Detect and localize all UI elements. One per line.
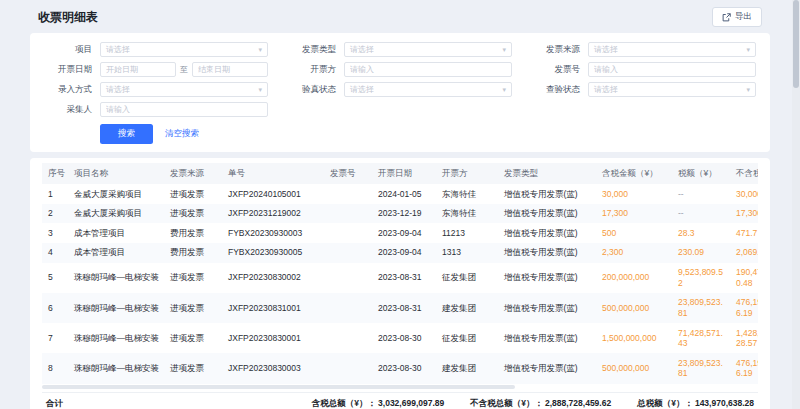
column-header-issuer: 开票方 [436, 163, 498, 184]
export-button-label: 导出 [735, 11, 752, 23]
cell-issuer: 征发集团 [436, 323, 498, 353]
cell-source: 进项发票 [164, 353, 222, 383]
cell-amount_excl: 476,190,476.19 [730, 293, 758, 323]
cell-type: 增值税专用发票(蓝) [498, 353, 596, 383]
cell-source: 进项发票 [164, 323, 222, 353]
cell-project: 珠穆朗玛峰—电梯安装 [68, 293, 164, 323]
cell-doc_no: JXFP20230830003 [222, 353, 324, 383]
horizontal-scrollbar-thumb[interactable] [42, 385, 515, 389]
cell-date: 2023-09-04 [372, 243, 436, 263]
cell-doc_no: JXFP20230830001 [222, 323, 324, 353]
chevron-down-icon: ▾ [502, 86, 506, 93]
table-header-row: 序号项目名称发票来源单号发票号开票日期开票方发票类型含税金额（¥）税额（¥）不含… [42, 163, 758, 184]
summary-item-value: 3,032,699,097.89 [378, 398, 444, 408]
cell-tax: 23,809,523.81 [672, 353, 730, 383]
cell-issuer: 征发集团 [436, 263, 498, 293]
cell-date: 2023-09-04 [372, 223, 436, 243]
cell-source: 进项发票 [164, 263, 222, 293]
cell-amount_excl: 1,428,571,428.57 [730, 323, 758, 353]
clear-search-button[interactable]: 清空搜索 [165, 128, 199, 140]
cell-doc_no: JXFP20230831001 [222, 293, 324, 323]
cell-tax: 23,809,523.81 [672, 293, 730, 323]
cell-type: 增值税专用发票(蓝) [498, 204, 596, 224]
column-header-date: 开票日期 [372, 163, 436, 184]
invoice-source-select-placeholder: 请选择 [594, 44, 618, 55]
cell-tax: 28.3 [672, 223, 730, 243]
check-status-select-placeholder: 请选择 [594, 84, 618, 95]
invoice-source-select[interactable]: 请选择 ▾ [588, 42, 756, 57]
search-button[interactable]: 搜索 [100, 124, 153, 144]
cell-amount_incl: 2,300 [596, 243, 672, 263]
cell-source: 费用发票 [164, 243, 222, 263]
column-header-tax: 税额（¥） [672, 163, 730, 184]
project-select[interactable]: 请选择 ▾ [100, 42, 268, 57]
verify-status-select-placeholder: 请选择 [350, 84, 374, 95]
export-icon [722, 13, 731, 22]
export-button[interactable]: 导出 [712, 7, 762, 27]
end-date-input[interactable] [192, 62, 268, 77]
filter-entry-method: 录入方式 请选择 ▾ [44, 82, 268, 97]
cell-tax: -- [672, 204, 730, 224]
chevron-down-icon: ▾ [258, 86, 262, 93]
invoice-date-range: 至 [100, 62, 268, 77]
cell-amount_incl: 30,000 [596, 184, 672, 204]
cell-tax: 230.09 [672, 243, 730, 263]
filter-issuer: 开票方 [288, 62, 512, 77]
cell-amount_excl: 471.7 [730, 223, 758, 243]
table-row: 6珠穆朗玛峰—电梯安装进项发票JXFP202308310012023-08-31… [42, 293, 758, 323]
check-status-select[interactable]: 请选择 ▾ [588, 82, 756, 97]
vertical-scrollbar-thumb[interactable] [793, 0, 799, 88]
cell-issuer: 11213 [436, 223, 498, 243]
table-row: 4成本管理项目费用发票FYBX202309300052023-09-041313… [42, 243, 758, 263]
cell-doc_no: JXFP20230830002 [222, 263, 324, 293]
column-header-amount_excl: 不含税金额（¥） [730, 163, 758, 184]
filter-collector-label: 采集人 [44, 104, 92, 116]
cell-doc_no: JXFP20240105001 [222, 184, 324, 204]
verify-status-select[interactable]: 请选择 ▾ [344, 82, 512, 97]
cell-amount_incl: 500 [596, 223, 672, 243]
cell-source: 费用发票 [164, 223, 222, 243]
cell-date: 2023-08-30 [372, 323, 436, 353]
cell-doc_no: JXFP20231219002 [222, 204, 324, 224]
entry-method-select-placeholder: 请选择 [106, 84, 130, 95]
summary-item-label: 总税额（¥）： [637, 398, 693, 408]
cell-amount_incl: 17,300 [596, 204, 672, 224]
cell-issuer: 建发集团 [436, 353, 498, 383]
cell-tax: 9,523,809.52 [672, 263, 730, 293]
column-header-type: 发票类型 [498, 163, 596, 184]
table-row: 7珠穆朗玛峰—电梯安装进项发票JXFP202308300012023-08-30… [42, 323, 758, 353]
table-body: 1金威大厦采购项目进项发票JXFP202401050012024-01-05东海… [42, 184, 758, 384]
cell-seq: 1 [42, 184, 68, 204]
cell-seq: 8 [42, 353, 68, 383]
cell-type: 增值税专用发票(蓝) [498, 323, 596, 353]
vertical-scrollbar [792, 0, 800, 409]
invoice-type-select-placeholder: 请选择 [350, 44, 374, 55]
entry-method-select[interactable]: 请选择 ▾ [100, 82, 268, 97]
cell-project: 珠穆朗玛峰—电梯安装 [68, 263, 164, 293]
filter-project: 项目 请选择 ▾ [44, 42, 268, 57]
cell-date: 2023-08-30 [372, 353, 436, 383]
start-date-input[interactable] [100, 62, 176, 77]
cell-amount_excl: 2,069.91 [730, 243, 758, 263]
filter-issuer-label: 开票方 [288, 64, 336, 76]
invoice-type-select[interactable]: 请选择 ▾ [344, 42, 512, 57]
project-select-placeholder: 请选择 [106, 44, 130, 55]
cell-amount_excl: 17,300 [730, 204, 758, 224]
cell-date: 2023-08-31 [372, 263, 436, 293]
filter-actions: 搜索 清空搜索 [44, 124, 756, 144]
cell-tax: 71,428,571.43 [672, 323, 730, 353]
invoice-no-input[interactable] [588, 62, 756, 77]
cell-source: 进项发票 [164, 184, 222, 204]
table-row: 1金威大厦采购项目进项发票JXFP202401050012024-01-05东海… [42, 184, 758, 204]
cell-amount_incl: 500,000,000 [596, 293, 672, 323]
filter-invoice-no-label: 发票号 [532, 64, 580, 76]
filter-grid: 项目 请选择 ▾ 发票类型 请选择 ▾ 发票来源 请选择 ▾ 开票日期 [44, 42, 756, 117]
cell-project: 金威大厦采购项目 [68, 204, 164, 224]
summary-item-label: 不含税总额（¥）： [470, 398, 543, 408]
issuer-input[interactable] [344, 62, 512, 77]
cell-amount_incl: 500,000,000 [596, 353, 672, 383]
cell-tax: -- [672, 184, 730, 204]
table-row: 8珠穆朗玛峰—电梯安装进项发票JXFP202308300032023-08-30… [42, 353, 758, 383]
collector-input[interactable] [100, 102, 268, 117]
cell-amount_incl: 200,000,000 [596, 263, 672, 293]
